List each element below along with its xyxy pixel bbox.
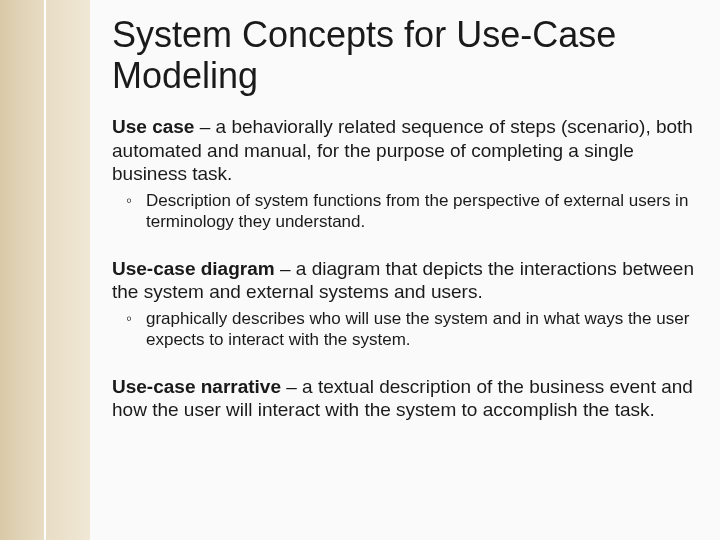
subpoint-use-case: Description of system functions from the… — [112, 190, 700, 233]
subpoint-use-case-diagram: graphically describes who will use the s… — [112, 308, 700, 351]
term-use-case-diagram: Use-case diagram — [112, 258, 275, 279]
sublist-use-case: Description of system functions from the… — [112, 190, 700, 233]
band-left-stripe — [0, 0, 45, 540]
term-use-case-narrative: Use-case narrative — [112, 376, 281, 397]
definition-use-case: Use case – a behaviorally related sequen… — [112, 115, 700, 186]
definition-use-case-diagram: Use-case diagram – a diagram that depict… — [112, 257, 700, 305]
text-use-case: – a behaviorally related sequence of ste… — [112, 116, 693, 185]
term-use-case: Use case — [112, 116, 194, 137]
band-right-stripe — [45, 0, 90, 540]
sublist-use-case-diagram: graphically describes who will use the s… — [112, 308, 700, 351]
band-divider — [44, 0, 46, 540]
slide-content: System Concepts for Use-Case Modeling Us… — [112, 14, 700, 422]
decorative-sidebar — [0, 0, 90, 540]
slide-title: System Concepts for Use-Case Modeling — [112, 14, 700, 97]
definition-use-case-narrative: Use-case narrative – a textual descripti… — [112, 375, 700, 423]
